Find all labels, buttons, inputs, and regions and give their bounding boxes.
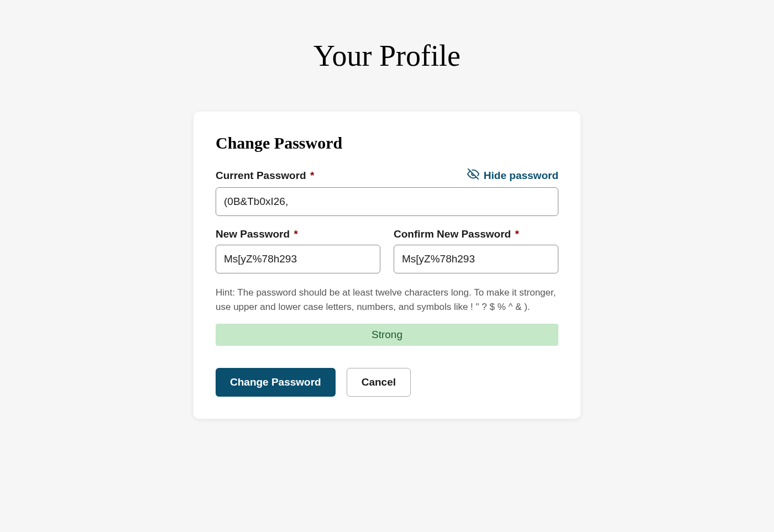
confirm-password-input[interactable] bbox=[394, 245, 558, 273]
cancel-button[interactable]: Cancel bbox=[347, 368, 411, 397]
change-password-card: Change Password Current Password * Hide … bbox=[194, 112, 580, 419]
new-password-label: New Password * bbox=[216, 228, 380, 240]
current-password-label: Current Password * bbox=[216, 170, 314, 182]
card-title: Change Password bbox=[216, 134, 558, 152]
hide-password-button[interactable]: Hide password bbox=[467, 168, 558, 183]
new-password-input[interactable] bbox=[216, 245, 380, 273]
page-title: Your Profile bbox=[0, 39, 774, 73]
new-password-field-group: New Password * bbox=[216, 228, 380, 273]
confirm-password-field-group: Confirm New Password * bbox=[394, 228, 558, 273]
confirm-password-label: Confirm New Password * bbox=[394, 228, 558, 240]
eye-off-icon bbox=[467, 168, 479, 183]
current-password-input[interactable] bbox=[216, 187, 558, 216]
required-asterisk: * bbox=[291, 228, 298, 240]
current-password-field-group: Current Password * Hide password bbox=[216, 168, 558, 216]
change-password-button[interactable]: Change Password bbox=[216, 368, 336, 397]
required-asterisk: * bbox=[512, 228, 519, 240]
password-strength-indicator: Strong bbox=[216, 324, 558, 346]
password-hint-text: Hint: The password should be at least tw… bbox=[216, 286, 558, 314]
button-row: Change Password Cancel bbox=[216, 368, 558, 397]
new-password-row: New Password * Confirm New Password * bbox=[216, 228, 558, 273]
required-asterisk: * bbox=[307, 170, 315, 181]
